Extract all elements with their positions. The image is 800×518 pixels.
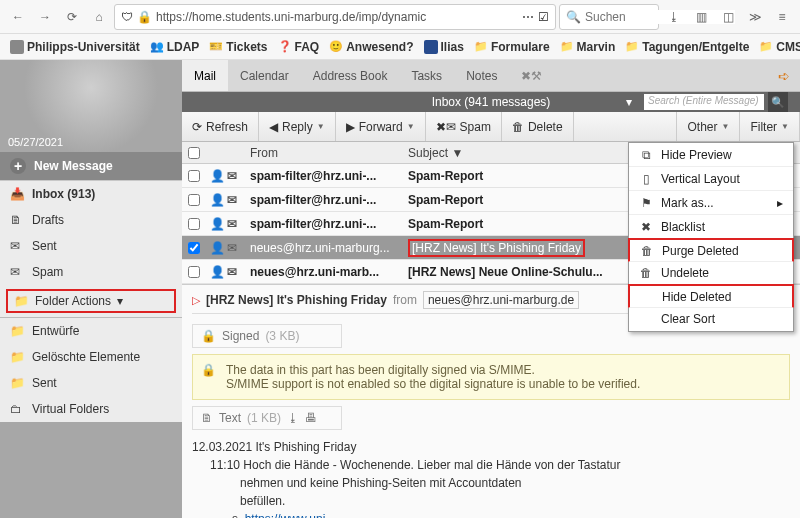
sidebar-item-drafts[interactable]: 🗎Drafts xyxy=(0,207,182,233)
spam-button[interactable]: ✖✉Spam xyxy=(426,112,502,141)
bookmark-5[interactable]: Ilias xyxy=(424,40,464,54)
bookmark-7[interactable]: 📁 Marvin xyxy=(560,40,616,54)
bookmark-2[interactable]: 🎫 Tickets xyxy=(209,40,267,54)
dropdown-item-icon: ⧉ xyxy=(639,148,653,162)
sidebar-toggle-icon[interactable]: ◫ xyxy=(716,5,740,29)
sidebar-item-sent2[interactable]: 📁Sent xyxy=(0,370,182,396)
refresh-button[interactable]: ⟳Refresh xyxy=(182,112,259,141)
app-tabs: Mail Calendar Address Book Tasks Notes ✖… xyxy=(182,60,800,92)
reply-button[interactable]: ◀Reply▼ xyxy=(259,112,336,141)
url-bar[interactable]: 🛡 🔒 ⋯ ☑ xyxy=(114,4,556,30)
chevron-down-icon: ▼ xyxy=(781,122,789,131)
bookmark-3[interactable]: ❓ FAQ xyxy=(278,40,320,54)
column-from[interactable]: From xyxy=(246,146,402,160)
dropdown-item-icon: ✖ xyxy=(639,220,653,234)
home-icon[interactable]: ⌂ xyxy=(87,5,111,29)
person-icon: 👤 xyxy=(210,217,225,231)
ellipsis-icon[interactable]: ⋯ xyxy=(522,10,534,24)
dropdown-item-label: Purge Deleted xyxy=(662,244,739,258)
sent-icon: ✉ xyxy=(10,239,24,253)
delete-button[interactable]: 🗑Delete xyxy=(502,112,574,141)
download-icon[interactable]: ⭳ xyxy=(287,411,299,425)
sidebar-item-spam[interactable]: ✉Spam xyxy=(0,259,182,285)
logout-icon[interactable]: ➪ xyxy=(778,68,790,84)
browser-search[interactable]: 🔍 xyxy=(559,4,659,30)
chevron-down-icon[interactable]: ▾ xyxy=(626,95,632,109)
folder-icon: 📁 xyxy=(10,376,24,390)
tab-notes[interactable]: Notes xyxy=(454,60,509,91)
dropdown-item[interactable]: ⚑Mark as...▸ xyxy=(629,191,793,215)
dropdown-item[interactable]: Hide Deleted xyxy=(628,284,794,308)
message-toolbar: ⟳Refresh ◀Reply▼ ▶Forward▼ ✖✉Spam 🗑Delet… xyxy=(182,112,800,142)
download-icon[interactable]: ⭳ xyxy=(662,5,686,29)
library-icon[interactable]: ▥ xyxy=(689,5,713,29)
settings-icon[interactable]: ✖⚒ xyxy=(509,60,554,91)
sidebar-item-inbox[interactable]: 📥Inbox (913) xyxy=(0,181,182,207)
row-checkbox[interactable] xyxy=(188,170,200,182)
smime-warning: 🔒 The data in this part has been digital… xyxy=(192,354,790,400)
envelope-icon: ✉ xyxy=(227,265,237,279)
folder-list-lower: 📁Entwürfe 📁Gelöschte Elemente 📁Sent 🗀Vir… xyxy=(0,317,182,422)
print-icon[interactable]: 🖶 xyxy=(305,411,317,425)
message-body: 12.03.2021 It's Phishing Friday 11:10 Ho… xyxy=(192,438,790,518)
dropdown-item[interactable]: ▯Vertical Layout xyxy=(629,167,793,191)
sidebar-item-virtual[interactable]: 🗀Virtual Folders xyxy=(0,396,182,422)
folder-icon: 📁 xyxy=(14,294,29,308)
text-part-box[interactable]: 🗎 Text (1 KB) ⭳ 🖶 xyxy=(192,406,342,430)
overflow-icon[interactable]: ≫ xyxy=(743,5,767,29)
back-icon[interactable]: ← xyxy=(6,5,30,29)
dropdown-item[interactable]: 🗑Undelete xyxy=(629,261,793,285)
sidebar-item-geloeschte[interactable]: 📁Gelöschte Elemente xyxy=(0,344,182,370)
tab-tasks[interactable]: Tasks xyxy=(399,60,454,91)
tab-calendar[interactable]: Calendar xyxy=(228,60,301,91)
menu-icon[interactable]: ≡ xyxy=(770,5,794,29)
row-from: neues@hrz.uni-marburg... xyxy=(246,241,402,255)
tab-mail[interactable]: Mail xyxy=(182,60,228,91)
play-icon[interactable]: ▷ xyxy=(192,294,200,307)
dropdown-item[interactable]: Clear Sort xyxy=(629,307,793,331)
dropdown-item[interactable]: ⧉Hide Preview xyxy=(629,143,793,167)
row-checkbox[interactable] xyxy=(188,218,200,230)
bookmark-6[interactable]: 📁 Formulare xyxy=(474,40,550,54)
dropdown-item-label: Clear Sort xyxy=(661,312,715,326)
person-icon: 👤 xyxy=(210,193,225,207)
envelope-icon: ✉ xyxy=(227,169,237,183)
message-search-input[interactable]: Search (Entire Message) xyxy=(644,94,764,110)
bookmark-0[interactable]: Philipps-Universität xyxy=(10,40,140,54)
row-checkbox[interactable] xyxy=(188,242,200,254)
bookmark-1[interactable]: 👥 LDAP xyxy=(150,40,200,54)
signed-box[interactable]: 🔒 Signed (3 KB) xyxy=(192,324,342,348)
select-all-checkbox[interactable] xyxy=(188,147,200,159)
tab-addressbook[interactable]: Address Book xyxy=(301,60,400,91)
dropdown-item[interactable]: 🗑Purge Deleted xyxy=(628,238,794,262)
body-link[interactable]: https://www.uni-marburg.de/de/universita… xyxy=(232,512,715,518)
forward-icon: ▶ xyxy=(346,120,355,134)
filter-button[interactable]: Filter▼ xyxy=(740,112,800,141)
site-icon xyxy=(424,40,438,54)
row-checkbox[interactable] xyxy=(188,266,200,278)
new-message-button[interactable]: + New Message xyxy=(0,152,182,180)
forward-icon[interactable]: → xyxy=(33,5,57,29)
inbox-title-bar: Inbox (941 messages) ▾ Search (Entire Me… xyxy=(182,92,800,112)
folder-actions-button[interactable]: 📁 Folder Actions ▾ xyxy=(6,289,176,313)
dropdown-item[interactable]: ✖Blacklist xyxy=(629,215,793,239)
reload-icon[interactable]: ⟳ xyxy=(60,5,84,29)
person-icon: 👤 xyxy=(210,169,225,183)
person-icon: 👤 xyxy=(210,265,225,279)
bookmark-9[interactable]: 📁 CMS2 xyxy=(759,40,800,54)
url-input[interactable] xyxy=(156,10,518,24)
bookmark-4[interactable]: 🙂 Anwesend? xyxy=(329,40,413,54)
chevron-right-icon: ▸ xyxy=(777,196,783,210)
sidebar-item-entwuerfe[interactable]: 📁Entwürfe xyxy=(0,318,182,344)
bookmark-8[interactable]: 📁 Tagungen/Entgelte xyxy=(625,40,749,54)
dropdown-item-icon: ▯ xyxy=(639,172,653,186)
folder-icon: 📁 xyxy=(10,324,24,338)
other-button[interactable]: Other▼ xyxy=(676,112,740,141)
reader-icon[interactable]: ☑ xyxy=(538,10,549,24)
draft-icon: 🗎 xyxy=(10,213,24,227)
sidebar-item-sent[interactable]: ✉Sent xyxy=(0,233,182,259)
search-submit-icon[interactable]: 🔍 xyxy=(768,92,788,112)
row-checkbox[interactable] xyxy=(188,194,200,206)
forward-button[interactable]: ▶Forward▼ xyxy=(336,112,426,141)
lock-icon: 🔒 xyxy=(137,10,152,24)
